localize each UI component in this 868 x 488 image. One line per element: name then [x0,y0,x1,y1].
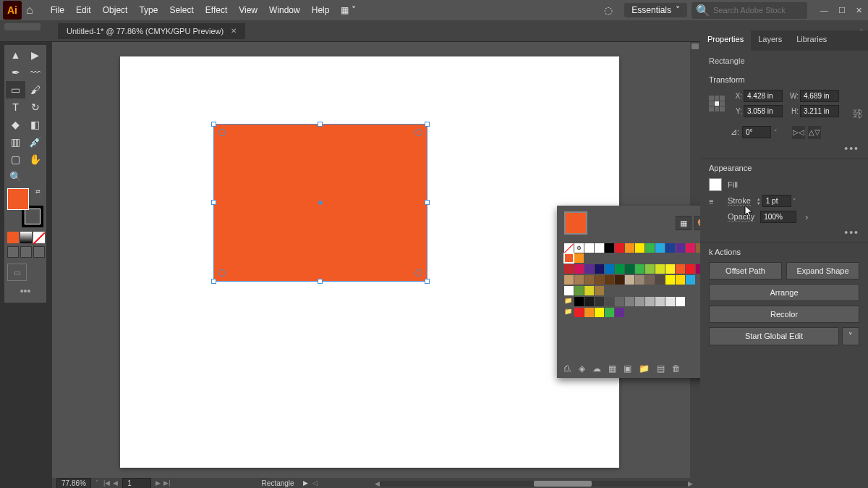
draw-inside[interactable] [33,246,45,258]
curvature-tool[interactable]: 〰 [25,64,45,81]
selection-handle[interactable] [425,200,430,205]
swap-fill-stroke-icon[interactable]: ⇄ [35,188,41,195]
swatch-color[interactable] [574,264,584,274]
horizontal-scrollbar[interactable]: ◀ ▶ [375,479,693,488]
rotate-dropdown-icon[interactable]: ˅ [774,129,778,136]
swatch-color[interactable] [655,264,665,274]
swatch-color[interactable] [605,275,614,285]
selection-handle[interactable] [211,279,216,284]
status-play-icon[interactable]: ▶ [303,479,308,487]
tab-libraries[interactable]: Libraries [789,30,834,51]
swatch-color[interactable] [574,286,584,295]
swatch-color[interactable] [584,264,594,274]
w-field[interactable] [800,90,839,102]
minimize-button[interactable]: — [817,6,831,15]
screen-mode[interactable]: ▭ [7,264,27,281]
swatch-color[interactable] [635,243,644,253]
swatch-none[interactable] [564,243,574,253]
rotate-field[interactable] [742,126,771,138]
reference-point-locator[interactable] [709,96,725,112]
corner-widget[interactable] [415,129,422,136]
swatch-color[interactable] [615,297,624,306]
swatch-color[interactable] [584,286,594,295]
tab-properties[interactable]: Properties [700,30,751,51]
menu-select[interactable]: Select [163,5,199,15]
swatch-color[interactable] [595,264,604,274]
swatch-color[interactable] [625,243,634,253]
swatch-color[interactable] [595,286,604,295]
tab-layers[interactable]: Layers [751,30,789,51]
global-edit-dropdown[interactable]: ˅ [842,327,859,345]
fill-swatch-button[interactable] [709,178,722,191]
swatch-color[interactable] [564,253,574,263]
panel-toggle[interactable] [4,23,41,30]
draw-behind[interactable] [20,246,32,258]
swatch-color[interactable] [635,275,644,285]
close-button[interactable]: ✕ [853,6,865,15]
swatch-color[interactable] [584,297,594,306]
maximize-button[interactable]: ☐ [835,6,848,15]
y-field[interactable] [744,105,783,117]
x-field[interactable] [744,90,783,102]
swatch-color[interactable] [615,243,624,253]
swatch-color[interactable] [655,275,665,285]
next-artboard-icon[interactable]: ▶ [156,479,161,487]
menu-view[interactable]: View [233,5,263,15]
swatch-color[interactable] [686,275,695,285]
swatch-color[interactable] [625,275,634,285]
selection-handle[interactable] [211,200,216,205]
swatch-color[interactable] [584,308,594,317]
swatch-color[interactable] [615,275,624,285]
zoom-tool[interactable]: 🔍 [6,168,25,185]
color-mode-solid[interactable] [7,232,19,243]
swatch-color[interactable] [605,308,614,317]
menu-type[interactable]: Type [133,5,163,15]
status-back-icon[interactable]: ◁ [312,479,318,487]
selection-handle[interactable] [211,122,216,127]
home-icon[interactable]: ⌂ [26,4,33,17]
swatch-color[interactable] [635,264,644,274]
last-artboard-icon[interactable]: ▶| [163,479,170,487]
swatch-color[interactable] [655,243,665,253]
offset-path-button[interactable]: Offset Path [709,262,782,279]
eraser-tool[interactable]: ◧ [25,116,45,133]
swatch-view-mode[interactable]: ▦ [676,216,692,230]
swatch-color[interactable] [665,243,675,253]
arrange-button[interactable]: Arrange [709,284,859,301]
swatch-libraries-menu-icon[interactable]: ⎙. [564,363,571,374]
opacity-expand-icon[interactable]: › [805,212,808,222]
recolor-button[interactable]: Recolor [709,306,859,323]
swatch-color[interactable] [665,297,675,306]
shape-builder-tool[interactable]: ◆ [6,116,25,133]
start-global-edit-button[interactable]: Start Global Edit [709,327,839,345]
swatch-color[interactable] [686,243,695,253]
menu-edit[interactable]: Edit [70,5,97,15]
constrain-proportions-icon[interactable]: ⛓̸ [851,103,864,125]
selection-handle[interactable] [425,279,430,284]
swatch-color[interactable] [564,286,574,295]
zoom-level-field[interactable]: 77.86% [56,478,91,489]
swatch-color[interactable] [605,243,614,253]
swatch-color[interactable] [676,297,685,306]
swatch-color[interactable] [595,308,604,317]
search-stock[interactable]: 🔍 [692,2,807,19]
swatch-color[interactable] [686,264,695,274]
swatch-color[interactable] [595,275,604,285]
pen-tool[interactable]: ✒ [6,64,25,81]
show-swatch-kinds-icon[interactable]: ◈ [579,363,585,374]
folder-icon[interactable]: 📁 [639,363,650,374]
swatch-color[interactable] [676,264,685,274]
swatch-color[interactable] [584,275,594,285]
expand-shape-button[interactable]: Expand Shape [786,262,859,279]
flip-horizontal-button[interactable]: ▷◁ [792,126,805,139]
corner-widget[interactable] [218,129,226,136]
fill-stroke-control[interactable]: ⇄ [7,188,43,227]
opacity-label[interactable]: Opacity [728,212,754,222]
swatch-color[interactable] [564,275,574,285]
direct-selection-tool[interactable]: ▶ [25,46,45,64]
swatch-color[interactable] [595,297,604,306]
flip-vertical-button[interactable]: △▽ [808,126,821,139]
artboard[interactable] [120,56,619,468]
stroke-label[interactable]: Stroke [728,196,751,206]
swatch-color[interactable] [645,275,655,285]
